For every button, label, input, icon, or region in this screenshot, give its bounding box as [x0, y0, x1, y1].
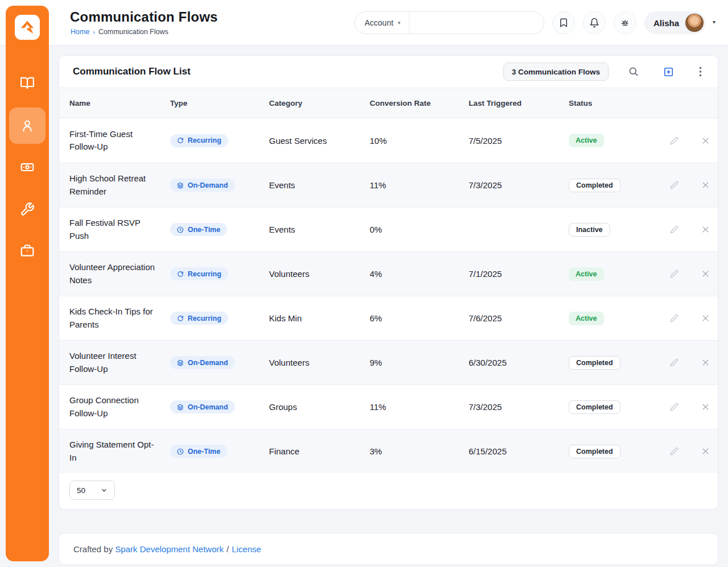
table-row[interactable]: First-Time Guest Follow-Up Recurring Gue… — [59, 118, 718, 163]
communication-flow-panel: Communication Flow List 3 Communication … — [59, 55, 718, 510]
table-row[interactable]: Group Connection Follow-Up On-Demand Gro… — [59, 384, 718, 429]
page-size-select[interactable]: 50 — [69, 481, 115, 500]
bookmark-button[interactable] — [552, 11, 575, 34]
row-actions — [669, 180, 711, 191]
table-row[interactable]: Volunteer Appreciation Notes Recurring V… — [59, 251, 718, 296]
app-logo[interactable] — [15, 15, 40, 40]
flow-status-cell: Inactive — [569, 223, 669, 237]
footer: Crafted by Spark Development Network / L… — [59, 533, 718, 565]
delete-button[interactable] — [700, 135, 711, 146]
theme-button[interactable] — [614, 11, 636, 34]
table-row[interactable]: Giving Statement Opt-In One-Time Finance… — [59, 429, 718, 473]
edit-button[interactable] — [669, 446, 680, 457]
recurring-icon — [177, 137, 184, 144]
account-dropdown[interactable]: Account ▾ — [355, 12, 410, 34]
delete-button[interactable] — [700, 357, 711, 368]
status-badge: Completed — [569, 356, 621, 370]
column-header-conversion-rate[interactable]: Conversion Rate — [370, 99, 469, 107]
type-label: One-Time — [188, 448, 220, 456]
type-badge: On-Demand — [170, 400, 235, 413]
column-header-category[interactable]: Category — [269, 99, 370, 107]
delete-button[interactable] — [700, 446, 711, 457]
edit-button[interactable] — [669, 357, 680, 368]
flow-type-cell: On-Demand — [170, 179, 269, 192]
edit-button[interactable] — [669, 135, 680, 146]
row-actions — [669, 313, 711, 324]
delete-button[interactable] — [700, 180, 711, 191]
table-row[interactable]: Fall Festival RSVP Push One-Time Events … — [59, 207, 718, 251]
table-row[interactable]: High School Retreat Reminder On-Demand E… — [59, 163, 718, 207]
pencil-icon — [670, 314, 679, 322]
column-header-status[interactable]: Status — [569, 99, 669, 107]
delete-button[interactable] — [700, 268, 711, 279]
add-flow-button[interactable] — [661, 64, 676, 80]
status-badge: Active — [569, 267, 604, 281]
search-icon — [628, 66, 639, 77]
breadcrumb-home-link[interactable]: Home — [71, 28, 89, 36]
sidebar-item-people[interactable] — [9, 107, 46, 144]
delete-button[interactable] — [700, 224, 711, 235]
edit-button[interactable] — [669, 313, 680, 324]
status-badge: Completed — [569, 400, 621, 414]
flow-status-cell: Active — [569, 312, 669, 325]
close-icon — [701, 270, 710, 278]
panel-options-button[interactable] — [697, 64, 704, 79]
sidebar-item-book[interactable] — [9, 65, 46, 101]
one-time-icon — [177, 448, 184, 455]
global-search-group: Account ▾ — [354, 11, 544, 34]
close-icon — [701, 314, 710, 322]
flow-name: Volunteer Appreciation Notes — [69, 261, 170, 287]
notifications-button[interactable] — [583, 11, 606, 34]
table-row[interactable]: Volunteer Interest Follow-Up On-Demand V… — [59, 340, 718, 384]
page-size-value: 50 — [77, 486, 85, 495]
flow-conversion-rate: 10% — [370, 136, 469, 146]
bell-icon — [589, 18, 599, 28]
edit-button[interactable] — [669, 224, 680, 235]
flow-status-cell: Active — [569, 267, 669, 281]
row-actions — [669, 268, 711, 279]
delete-button[interactable] — [700, 313, 711, 324]
add-icon — [663, 67, 674, 77]
close-icon — [701, 358, 710, 367]
flow-conversion-rate: 9% — [370, 358, 469, 367]
flow-name: Group Connection Follow-Up — [69, 394, 170, 420]
flow-category: Kids Min — [269, 313, 370, 323]
flow-count-button[interactable]: 3 Communication Flows — [503, 63, 609, 81]
column-header-last-triggered[interactable]: Last Triggered — [469, 99, 569, 107]
sidebar-item-tools[interactable] — [9, 191, 46, 227]
breadcrumb-current: Communication Flows — [98, 28, 168, 36]
edit-button[interactable] — [669, 402, 680, 412]
recurring-icon — [177, 315, 184, 322]
user-chevron-down-icon[interactable]: ▾ — [713, 19, 715, 25]
grid-search-button[interactable] — [626, 64, 642, 80]
sidebar-item-work[interactable] — [9, 233, 46, 269]
table-row[interactable]: Kids Check-In Tips for Parents Recurring… — [59, 296, 718, 340]
type-label: On-Demand — [188, 403, 228, 411]
global-search-input[interactable] — [410, 12, 544, 34]
flow-category: Guest Services — [269, 136, 370, 146]
delete-button[interactable] — [700, 402, 711, 412]
footer-prefix: Crafted by — [73, 544, 113, 554]
footer-link-license[interactable]: License — [231, 544, 261, 554]
column-header-type[interactable]: Type — [170, 99, 269, 107]
breadcrumb-separator: › — [93, 28, 95, 35]
edit-button[interactable] — [669, 180, 680, 191]
sidebar-item-finance[interactable] — [9, 149, 46, 185]
flow-type-cell: Recurring — [170, 134, 269, 147]
on-demand-icon — [177, 404, 184, 411]
footer-link-spark[interactable]: Spark Development Network — [115, 544, 224, 554]
edit-button[interactable] — [669, 268, 680, 279]
user-menu[interactable]: Alisha — [644, 11, 706, 34]
column-header-name[interactable]: Name — [69, 99, 170, 107]
flow-category: Events — [269, 225, 370, 234]
row-actions — [669, 135, 711, 146]
panel-tools: 3 Communication Flows — [503, 63, 704, 81]
close-icon — [701, 225, 710, 234]
flow-type-cell: Recurring — [170, 312, 269, 325]
pencil-icon — [670, 270, 679, 278]
pencil-icon — [670, 136, 679, 145]
flow-category: Volunteers — [269, 269, 370, 279]
account-dropdown-label: Account — [365, 18, 394, 27]
type-badge: On-Demand — [170, 356, 235, 369]
flow-status-cell: Completed — [569, 179, 669, 192]
